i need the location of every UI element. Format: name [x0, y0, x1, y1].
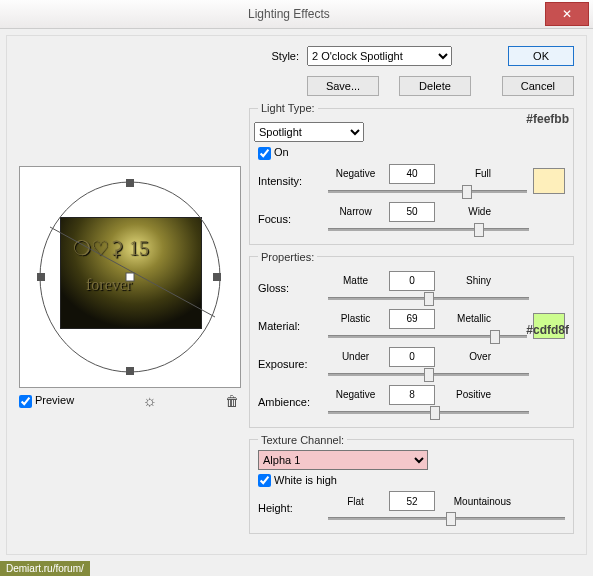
svg-rect-2	[126, 273, 134, 281]
height-value[interactable]	[389, 491, 435, 511]
intensity-value[interactable]	[389, 164, 435, 184]
height-right: Mountainous	[441, 496, 511, 507]
intensity-label: Intensity:	[258, 175, 322, 187]
lightbulb-icon[interactable]: ☼	[142, 392, 157, 410]
gloss-slider[interactable]	[328, 291, 529, 305]
trash-icon[interactable]: 🗑	[225, 393, 239, 409]
focus-right: Wide	[441, 206, 491, 217]
light-type-select[interactable]: Spotlight	[254, 122, 364, 142]
close-icon: ✕	[562, 7, 572, 21]
window-title: Lighting Effects	[12, 7, 545, 21]
preview-checkbox[interactable]: Preview	[19, 394, 74, 408]
preview-canvas[interactable]: ❍♡⚳ 15 forever	[19, 166, 241, 388]
white-high-checkbox[interactable]: White is high	[258, 474, 337, 488]
exposure-value[interactable]	[389, 347, 435, 367]
intensity-left: Negative	[328, 168, 383, 179]
ambience-slider[interactable]	[328, 405, 529, 419]
light-swatch-annotation: #feefbb	[526, 112, 569, 126]
preview-label: Preview	[35, 394, 74, 406]
on-label: On	[274, 146, 289, 158]
focus-label: Focus:	[258, 213, 322, 225]
intensity-slider[interactable]	[328, 184, 527, 198]
light-color-swatch[interactable]	[533, 168, 565, 194]
height-slider[interactable]	[328, 511, 565, 525]
focus-slider[interactable]	[328, 222, 529, 236]
white-high-label: White is high	[274, 474, 337, 486]
exposure-right: Over	[441, 351, 491, 362]
style-select[interactable]: 2 O'clock Spotlight	[307, 46, 452, 66]
delete-button[interactable]: Delete	[399, 76, 471, 96]
close-button[interactable]: ✕	[545, 2, 589, 26]
material-right: Metallic	[441, 313, 491, 324]
svg-line-1	[50, 227, 215, 317]
height-label: Height:	[258, 502, 322, 514]
save-button[interactable]: Save...	[307, 76, 379, 96]
ambience-right: Positive	[441, 389, 491, 400]
svg-rect-3	[126, 179, 134, 187]
on-checkbox[interactable]: On	[258, 146, 289, 160]
focus-value[interactable]	[389, 202, 435, 222]
material-slider[interactable]	[328, 329, 527, 343]
focus-left: Narrow	[328, 206, 383, 217]
material-value[interactable]	[389, 309, 435, 329]
intensity-right: Full	[441, 168, 491, 179]
gloss-value[interactable]	[389, 271, 435, 291]
properties-legend: Properties:	[258, 251, 317, 263]
material-left: Plastic	[328, 313, 383, 324]
height-left: Flat	[328, 496, 383, 507]
watermark: Demiart.ru/forum/	[0, 561, 90, 576]
exposure-left: Under	[328, 351, 383, 362]
material-swatch-annotation: #cdfd8f	[526, 323, 569, 337]
light-type-legend: Light Type:	[258, 102, 318, 114]
ambience-label: Ambience:	[258, 396, 322, 408]
ambience-left: Negative	[328, 389, 383, 400]
exposure-slider[interactable]	[328, 367, 529, 381]
gloss-right: Shiny	[441, 275, 491, 286]
svg-rect-6	[213, 273, 221, 281]
ambience-value[interactable]	[389, 385, 435, 405]
cancel-button[interactable]: Cancel	[502, 76, 574, 96]
gloss-label: Gloss:	[258, 282, 322, 294]
gloss-left: Matte	[328, 275, 383, 286]
svg-rect-4	[126, 367, 134, 375]
style-label: Style:	[249, 50, 299, 62]
texture-channel-select[interactable]: Alpha 1	[258, 450, 428, 470]
material-label: Material:	[258, 320, 322, 332]
exposure-label: Exposure:	[258, 358, 322, 370]
texture-legend: Texture Channel:	[258, 434, 347, 446]
ok-button[interactable]: OK	[508, 46, 574, 66]
svg-rect-5	[37, 273, 45, 281]
